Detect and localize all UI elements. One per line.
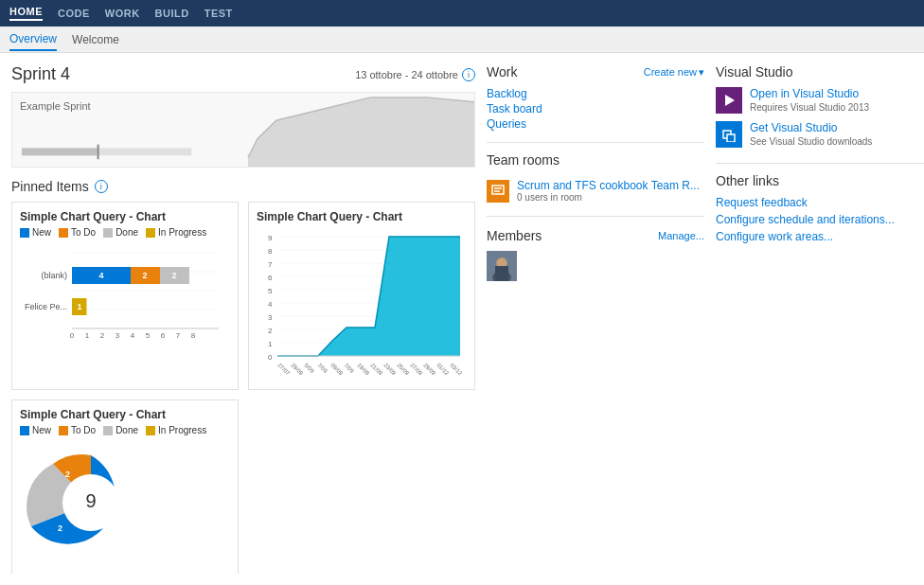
donut-legend-new: New (20, 425, 51, 435)
svg-text:3: 3 (268, 313, 273, 322)
manage-link[interactable]: Manage... (658, 230, 704, 241)
vs-open-icon (716, 87, 742, 114)
svg-text:2: 2 (100, 331, 105, 340)
sprint-chart-label: Example Sprint (20, 100, 91, 112)
team-room-item: Scrum and TFS cookbook Team R... 0 users… (487, 175, 704, 206)
svg-text:21/09: 21/09 (369, 362, 383, 376)
bar-chart-title: Simple Chart Query - Chart (20, 210, 230, 223)
svg-text:3: 3 (116, 331, 120, 340)
svg-text:4: 4 (131, 331, 135, 340)
team-room-name[interactable]: Scrum and TFS cookbook Team R... (517, 179, 700, 192)
vs-get-sub: See Visual Studio downloads (750, 136, 872, 147)
team-rooms-title: Team rooms (487, 152, 560, 168)
svg-text:1: 1 (77, 302, 81, 311)
svg-text:2: 2 (142, 271, 147, 280)
team-rooms-header: Team rooms (487, 152, 704, 168)
svg-text:2: 2 (58, 523, 62, 533)
svg-text:25/09: 25/09 (396, 362, 410, 376)
svg-text:29/09: 29/09 (290, 362, 304, 376)
svg-rect-3 (98, 145, 99, 160)
queries-link[interactable]: Queries (487, 117, 704, 131)
donut-chart-title: Simple Chart Query - Chart (20, 408, 230, 421)
donut-svg: 9 4 2 2 (20, 441, 162, 564)
svg-text:8: 8 (191, 331, 196, 340)
svg-rect-73 (495, 266, 508, 281)
create-new-link[interactable]: Create new ▾ (644, 66, 704, 79)
team-room-count: 0 users in room (517, 192, 700, 203)
taskboard-link[interactable]: Task board (487, 102, 704, 115)
vs-item-open: Open in Visual Studio Requires Visual St… (716, 87, 924, 114)
backlog-link[interactable]: Backlog (487, 87, 704, 100)
svg-text:03/12: 03/12 (449, 362, 463, 376)
vs-get-icon (716, 121, 742, 148)
vs-get-link[interactable]: Get Visual Studio (750, 121, 872, 134)
vs-open-link[interactable]: Open in Visual Studio (750, 87, 869, 100)
other-links-section: Other links Request feedback Configure s… (716, 173, 924, 243)
line-chart-card: Simple Chart Query - Chart 9 8 7 6 5 4 3… (248, 202, 475, 390)
svg-text:7/09: 7/09 (316, 362, 329, 374)
sprint-info-icon[interactable]: i (462, 68, 475, 81)
svg-text:4: 4 (115, 467, 119, 476)
svg-text:23/09: 23/09 (382, 362, 397, 376)
svg-text:27/07: 27/07 (276, 362, 291, 376)
donut-legend-inprogress: In Progress (146, 425, 206, 435)
team-room-info: Scrum and TFS cookbook Team R... 0 users… (517, 179, 700, 203)
subnav-overview[interactable]: Overview (9, 28, 57, 51)
other-link-feedback[interactable]: Request feedback (716, 196, 924, 209)
donut-legend-done: Done (103, 425, 138, 435)
divider-2 (487, 216, 704, 217)
other-link-work-areas[interactable]: Configure work areas... (716, 230, 924, 243)
nav-test[interactable]: TEST (204, 8, 233, 19)
svg-text:4: 4 (268, 300, 273, 309)
nav-home[interactable]: HOME (9, 6, 43, 21)
donut-chart-legend: New To Do Done In Progress (20, 425, 230, 435)
divider-1 (487, 142, 704, 143)
other-link-schedule[interactable]: Configure schedule and iterations... (716, 213, 924, 226)
charts-grid: Simple Chart Query - Chart New To Do Don… (11, 202, 475, 574)
svg-text:5: 5 (268, 287, 273, 295)
bar-chart-card: Simple Chart Query - Chart New To Do Don… (11, 202, 239, 390)
pinned-info-icon[interactable]: i (95, 180, 108, 193)
sprint-burndown-chart: Example Sprint (11, 92, 475, 168)
bar-chart-legend: New To Do Done In Progress (20, 227, 230, 238)
vs-title: Visual Studio (716, 64, 924, 80)
dropdown-arrow-icon: ▾ (699, 66, 704, 79)
svg-text:2: 2 (65, 470, 70, 479)
svg-text:27/09: 27/09 (409, 362, 423, 376)
divider-vs (716, 163, 924, 164)
svg-text:29/09: 29/09 (422, 362, 436, 376)
svg-text:1: 1 (268, 340, 273, 348)
member-avatar[interactable] (487, 251, 517, 281)
sub-nav: Overview Welcome (0, 27, 924, 53)
svg-marker-74 (725, 95, 735, 106)
nav-build[interactable]: BUILD (155, 8, 189, 19)
svg-text:19/09: 19/09 (356, 362, 370, 376)
svg-text:9: 9 (85, 490, 96, 511)
svg-text:(blank): (blank) (41, 271, 67, 280)
svg-text:5/09: 5/09 (303, 362, 315, 374)
main-content: Sprint 4 13 ottobre - 24 ottobre i Examp… (0, 53, 924, 585)
team-room-icon (487, 180, 509, 203)
svg-text:Felice Pe...: Felice Pe... (25, 302, 67, 311)
vs-item-get: Get Visual Studio See Visual Studio down… (716, 121, 924, 148)
line-chart-svg: 9 8 7 6 5 4 3 2 1 0 (257, 227, 465, 379)
legend-done: Done (103, 227, 138, 238)
bar-chart-svg: 4 2 2 (blank) 1 Fe (20, 243, 228, 357)
svg-text:01/12: 01/12 (435, 362, 450, 376)
subnav-welcome[interactable]: Welcome (72, 29, 119, 50)
svg-text:2: 2 (171, 271, 176, 280)
members-header: Members Manage... (487, 228, 704, 243)
nav-work[interactable]: WORK (105, 8, 140, 19)
svg-text:9: 9 (268, 234, 273, 242)
nav-code[interactable]: CODE (58, 8, 90, 19)
svg-text:4: 4 (98, 271, 103, 280)
right-column: Visual Studio Open in Visual Studio Requ… (716, 64, 924, 574)
pinned-items-header: Pinned Items i (11, 179, 475, 194)
svg-text:7: 7 (268, 260, 273, 269)
svg-text:0: 0 (70, 331, 75, 340)
legend-inprogress: In Progress (146, 227, 206, 238)
svg-rect-2 (22, 149, 98, 156)
vs-get-text: Get Visual Studio See Visual Studio down… (750, 121, 872, 148)
svg-rect-76 (727, 134, 735, 142)
visual-studio-section: Visual Studio Open in Visual Studio Requ… (716, 64, 924, 148)
